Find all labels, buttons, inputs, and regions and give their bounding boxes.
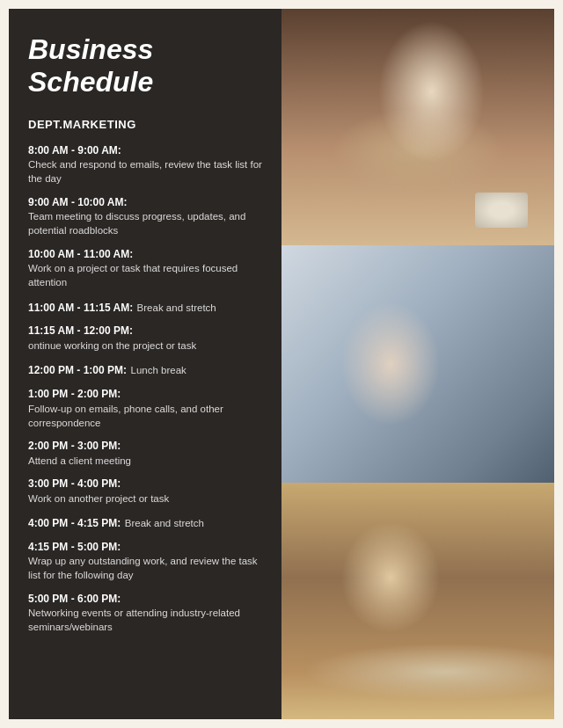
schedule-item: 11:15 AM - 12:00 PM:ontinue working on t… xyxy=(28,324,262,353)
photo-3-inner xyxy=(282,483,554,719)
schedule-time: 11:00 AM - 11:15 AM: xyxy=(28,302,133,314)
schedule-list: 8:00 AM - 9:00 AM:Check and respond to e… xyxy=(28,143,262,635)
schedule-item: 9:00 AM - 10:00 AM:Team meeting to discu… xyxy=(28,195,262,238)
schedule-desc: Lunch break xyxy=(131,365,186,375)
schedule-time: 10:00 AM - 11:00 AM: xyxy=(28,247,262,262)
schedule-item: 1:00 PM - 2:00 PM:Follow-up on emails, p… xyxy=(28,387,262,430)
schedule-desc: Work on another project or task xyxy=(28,491,262,506)
schedule-desc: Work on a project or task that requires … xyxy=(28,261,262,289)
schedule-desc: Break and stretch xyxy=(125,518,204,528)
schedule-item: 11:00 AM - 11:15 AM: Break and stretch xyxy=(28,299,262,316)
schedule-time: 3:00 PM - 4:00 PM: xyxy=(28,477,262,491)
schedule-item: 3:00 PM - 4:00 PM:Work on another projec… xyxy=(28,477,262,506)
schedule-time: 1:00 PM - 2:00 PM: xyxy=(28,387,262,402)
schedule-desc: Break and stretch xyxy=(137,302,216,313)
schedule-time: 4:15 PM - 5:00 PM: xyxy=(28,540,262,555)
photo-3 xyxy=(282,483,554,719)
schedule-desc: Wrap up any outstanding work, and review… xyxy=(28,554,262,582)
photo-1 xyxy=(282,9,554,245)
page: Business Schedule DEPT.MARKETING 8:00 AM… xyxy=(9,9,554,719)
left-panel: Business Schedule DEPT.MARKETING 8:00 AM… xyxy=(9,9,282,719)
schedule-desc: Check and respond to emails, review the … xyxy=(28,157,262,186)
schedule-desc: Team meeting to discuss progress, update… xyxy=(28,209,262,237)
schedule-desc: Attend a client meeting xyxy=(28,454,262,468)
schedule-desc: Networking events or attending industry-… xyxy=(28,606,262,634)
schedule-item: 4:00 PM - 4:15 PM: Break and stretch xyxy=(28,514,262,531)
schedule-time: 12:00 PM - 1:00 PM: xyxy=(28,364,127,376)
schedule-item: 12:00 PM - 1:00 PM: Lunch break xyxy=(28,361,262,378)
schedule-time: 9:00 AM - 10:00 AM: xyxy=(28,195,262,210)
schedule-time: 11:15 AM - 12:00 PM: xyxy=(28,324,262,339)
photo-2-inner xyxy=(282,245,554,482)
photo-1-inner xyxy=(282,9,554,245)
right-panel xyxy=(282,9,554,719)
schedule-time: 2:00 PM - 3:00 PM: xyxy=(28,439,262,454)
schedule-item: 10:00 AM - 11:00 AM:Work on a project or… xyxy=(28,247,262,290)
photo-2 xyxy=(282,245,554,482)
schedule-desc: Follow-up on emails, phone calls, and ot… xyxy=(28,402,262,430)
page-title: Business Schedule xyxy=(28,33,262,98)
dept-label: DEPT.MARKETING xyxy=(28,118,262,131)
schedule-item: 2:00 PM - 3:00 PM:Attend a client meetin… xyxy=(28,439,262,468)
schedule-time: 5:00 PM - 6:00 PM: xyxy=(28,592,262,607)
schedule-desc: ontinue working on the project or task xyxy=(28,339,262,353)
schedule-item: 5:00 PM - 6:00 PM:Networking events or a… xyxy=(28,592,262,635)
schedule-item: 4:15 PM - 5:00 PM:Wrap up any outstandin… xyxy=(28,540,262,583)
schedule-time: 8:00 AM - 9:00 AM: xyxy=(28,143,262,158)
schedule-time: 4:00 PM - 4:15 PM: xyxy=(28,517,121,529)
schedule-item: 8:00 AM - 9:00 AM:Check and respond to e… xyxy=(28,143,262,186)
